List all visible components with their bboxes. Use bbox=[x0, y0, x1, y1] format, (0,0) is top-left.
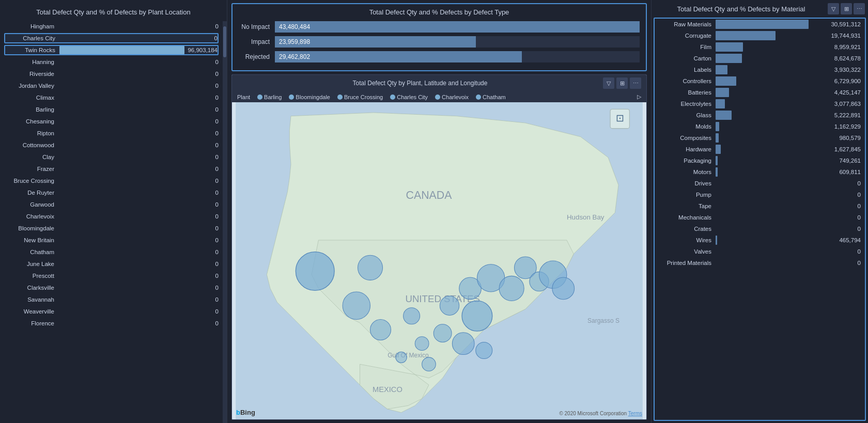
material-label: Composites bbox=[659, 135, 716, 141]
material-bar-row[interactable]: Drives0 bbox=[655, 178, 865, 189]
legend-plant-label: Plant bbox=[237, 94, 250, 100]
location-bar-row[interactable]: Hanning0 bbox=[4, 57, 219, 67]
left-scrollbar[interactable] bbox=[223, 21, 227, 423]
material-bar-row[interactable]: Composites980,579 bbox=[655, 132, 865, 144]
location-bar-row[interactable]: Cottonwood0 bbox=[4, 140, 219, 150]
material-bar-row[interactable]: Crates0 bbox=[655, 223, 865, 234]
defect-type-row: Impact23,959,898 bbox=[239, 36, 640, 48]
bar-track bbox=[58, 284, 212, 292]
material-bar-row[interactable]: Raw Materials30,591,312 bbox=[655, 19, 865, 30]
material-bar-row[interactable]: Corrugate19,744,931 bbox=[655, 30, 865, 41]
terms-link[interactable]: Terms bbox=[628, 411, 642, 416]
map-filter-btn[interactable]: ▽ bbox=[603, 77, 614, 89]
defect-bar-track: 29,462,802 bbox=[275, 51, 640, 62]
location-bar-row[interactable]: Florence0 bbox=[4, 318, 219, 328]
location-bar-row[interactable]: Twin Rocks96,903,184 bbox=[4, 45, 219, 55]
location-bar-row[interactable]: Prescott0 bbox=[4, 271, 219, 281]
svg-text:CANADA: CANADA bbox=[406, 189, 453, 201]
material-label: Raw Materials bbox=[659, 21, 716, 27]
material-bar-row[interactable]: Motors609,811 bbox=[655, 166, 865, 178]
right-bar-value: 0 bbox=[858, 180, 861, 186]
legend-arrow-btn[interactable]: ▷ bbox=[637, 93, 641, 100]
location-bar-row[interactable]: Bruce Crossing0 bbox=[4, 176, 219, 186]
location-bar-row[interactable]: Climax0 bbox=[4, 92, 219, 103]
material-bar-row[interactable]: Batteries4,425,147 bbox=[655, 87, 865, 98]
location-bar-row[interactable]: Bloomingdale0 bbox=[4, 223, 219, 233]
location-bar-row[interactable]: Hingham0 bbox=[4, 21, 219, 32]
location-bar-row[interactable]: Riverside0 bbox=[4, 69, 219, 79]
material-label: Electrolytes bbox=[659, 101, 716, 107]
material-bar-row[interactable]: Mechanicals0 bbox=[655, 212, 865, 223]
right-bar-area bbox=[716, 65, 831, 74]
bar-track bbox=[58, 105, 212, 114]
right-bar-value: 465,794 bbox=[839, 237, 861, 243]
material-bar-row[interactable]: Carton8,624,678 bbox=[655, 53, 865, 64]
location-bar-list[interactable]: Hingham0Charles City0Twin Rocks96,903,18… bbox=[0, 21, 223, 423]
material-bar-row[interactable]: Electrolytes3,077,863 bbox=[655, 98, 865, 109]
material-bar-row[interactable]: Printed Materials0 bbox=[655, 257, 865, 269]
right-panel-header: Total Defect Qty and % Defects by Materi… bbox=[652, 3, 868, 18]
location-bar-row[interactable]: Barling0 bbox=[4, 104, 219, 115]
map-more-btn[interactable]: ⋯ bbox=[630, 77, 641, 89]
bar-track bbox=[58, 212, 212, 221]
material-label: Mechanicals bbox=[659, 214, 716, 221]
bar-value: 0 bbox=[215, 261, 219, 267]
location-bar-row[interactable]: Frazer0 bbox=[4, 164, 219, 174]
material-bar-row[interactable]: Valves0 bbox=[655, 246, 865, 257]
material-bar-row[interactable]: Molds1,162,929 bbox=[655, 121, 865, 132]
location-bar-row[interactable]: Jordan Valley0 bbox=[4, 81, 219, 91]
right-bar-fill bbox=[716, 99, 725, 108]
material-label: Tape bbox=[659, 203, 716, 209]
material-bar-row[interactable]: Film8,959,921 bbox=[655, 41, 865, 53]
right-bar-area bbox=[716, 247, 855, 256]
location-bar-row[interactable]: Savannah0 bbox=[4, 294, 219, 305]
material-bar-row[interactable]: Pump0 bbox=[655, 189, 865, 200]
location-bar-row[interactable]: Chatham0 bbox=[4, 247, 219, 257]
location-bar-row[interactable]: Charlevoix0 bbox=[4, 211, 219, 222]
material-bar-row[interactable]: Controllers6,729,900 bbox=[655, 75, 865, 87]
location-label: Charles City bbox=[5, 35, 59, 41]
material-bar-row[interactable]: Labels3,930,322 bbox=[655, 64, 865, 75]
right-bar-value: 0 bbox=[858, 203, 861, 209]
location-bar-row[interactable]: Garwood0 bbox=[4, 199, 219, 210]
location-label: Barling bbox=[4, 106, 58, 113]
right-bar-fill bbox=[716, 122, 719, 131]
material-bar-row[interactable]: Hardware1,627,845 bbox=[655, 144, 865, 155]
right-bar-value: 19,744,931 bbox=[831, 33, 861, 39]
material-bar-list[interactable]: Raw Materials30,591,312Corrugate19,744,9… bbox=[654, 18, 866, 421]
location-bar-row[interactable]: Charles City0 bbox=[4, 33, 219, 43]
right-expand-btn[interactable]: ⊞ bbox=[841, 3, 852, 14]
svg-point-15 bbox=[415, 337, 429, 351]
left-scroll-thumb[interactable] bbox=[223, 26, 226, 57]
right-bar-fill bbox=[716, 111, 732, 120]
right-more-btn[interactable]: ⋯ bbox=[854, 3, 865, 14]
location-bar-row[interactable]: June Lake0 bbox=[4, 259, 219, 269]
location-bar-row[interactable]: New Britain0 bbox=[4, 235, 219, 245]
right-bar-fill bbox=[716, 54, 742, 63]
material-bar-row[interactable]: Glass5,222,891 bbox=[655, 109, 865, 121]
bar-track bbox=[58, 141, 212, 149]
location-label: Cottonwood bbox=[4, 142, 58, 148]
location-label: De Ruyter bbox=[4, 190, 58, 196]
right-bar-area bbox=[716, 258, 855, 268]
legend-item-charles-city: Charles City bbox=[390, 94, 428, 100]
location-bar-row[interactable]: Clay0 bbox=[4, 152, 219, 162]
map-header-icons: ▽ ⊞ ⋯ bbox=[603, 77, 641, 89]
material-bar-row[interactable]: Wires465,794 bbox=[655, 234, 865, 246]
location-bar-row[interactable]: Weaverville0 bbox=[4, 306, 219, 317]
right-bar-fill bbox=[716, 133, 719, 143]
bar-value: 96,903,184 bbox=[188, 47, 218, 53]
material-bar-row[interactable]: Tape0 bbox=[655, 200, 865, 212]
location-bar-row[interactable]: Clarksville0 bbox=[4, 283, 219, 293]
location-bar-row[interactable]: Chesaning0 bbox=[4, 116, 219, 127]
right-filter-btn[interactable]: ▽ bbox=[828, 3, 839, 14]
map-expand-btn[interactable]: ⊞ bbox=[616, 77, 628, 89]
location-bar-row[interactable]: De Ruyter0 bbox=[4, 187, 219, 198]
material-bar-row[interactable]: Packaging749,261 bbox=[655, 155, 865, 166]
location-label: New Britain bbox=[4, 237, 58, 243]
material-label: Hardware bbox=[659, 146, 716, 152]
bar-fill bbox=[59, 46, 184, 54]
map-body[interactable]: CANADA UNITED STATES MEXICO Hudson Bay S… bbox=[232, 102, 646, 419]
right-bar-value: 1,162,929 bbox=[834, 123, 861, 130]
location-bar-row[interactable]: Ripton0 bbox=[4, 128, 219, 138]
